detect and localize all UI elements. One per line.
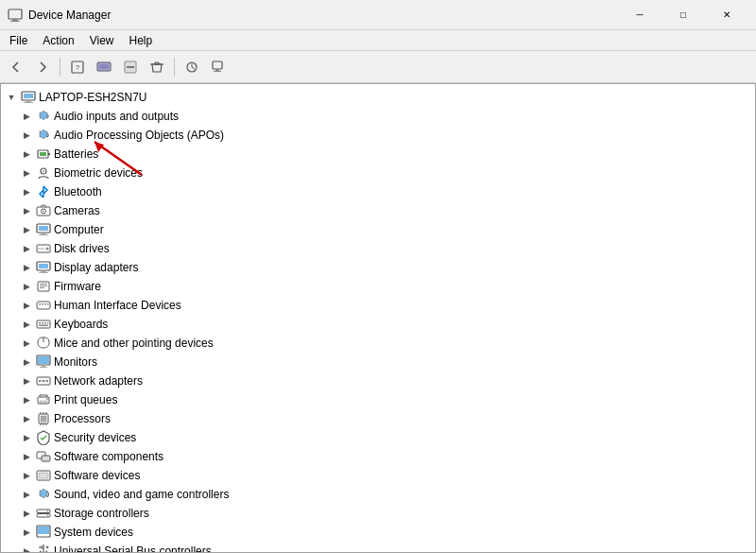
list-item[interactable]: ▶ Cameras [1,201,755,220]
svg-rect-0 [9,9,22,19]
item-expand-icon[interactable]: ▶ [20,488,33,501]
item-expand-icon[interactable]: ▶ [20,507,33,520]
list-item[interactable]: ▶ Mice and other pointing devices [1,334,755,353]
close-button[interactable]: ✕ [705,0,748,30]
list-item[interactable]: ▶ Human Interface Devices [1,296,755,315]
item-expand-icon[interactable]: ▶ [20,299,33,312]
minimize-button[interactable]: ─ [618,0,662,30]
item-expand-icon[interactable]: ▶ [20,337,33,350]
svg-rect-19 [48,153,50,155]
title-bar: Device Manager ─ □ ✕ [0,0,756,30]
bluetooth-icon [36,184,51,199]
list-item[interactable]: ▶ Computer [1,220,755,239]
system-devices-icon [36,525,51,540]
svg-rect-40 [40,287,44,288]
svg-rect-44 [44,303,46,305]
root-expand-icon[interactable]: ▼ [5,91,18,104]
item-expand-icon[interactable]: ▶ [20,261,33,274]
menu-view[interactable]: View [82,32,122,49]
batteries-icon [36,147,51,162]
svg-rect-43 [42,303,43,305]
list-item[interactable]: ▶ Audio inputs and outputs [1,107,755,126]
item-label: Keyboards [54,318,108,331]
svg-rect-13 [214,71,221,72]
item-expand-icon[interactable]: ▶ [20,355,33,369]
list-item[interactable]: ▶ Print queues [1,390,755,409]
item-expand-icon[interactable]: ▶ [20,147,33,161]
item-label: Mice and other pointing devices [54,337,214,350]
list-item[interactable]: ▶ Software devices [1,466,755,485]
list-item[interactable]: ▶ Bluetooth [1,182,755,201]
list-item[interactable]: ▶ Audio Processing Objects (APOs) [1,126,755,145]
toolbar-scan[interactable] [180,55,204,79]
item-expand-icon[interactable]: ▶ [20,469,33,482]
item-expand-icon[interactable]: ▶ [20,393,33,406]
window-controls: ─ □ ✕ [618,0,748,30]
svg-point-64 [46,398,48,400]
item-expand-icon[interactable]: ▶ [20,242,33,255]
list-item[interactable]: ▶ Universal Serial Bus controllers [1,542,755,552]
list-item[interactable]: ▶ System devices [1,523,755,542]
list-item[interactable]: ▶ Display adapters [1,258,755,277]
list-item[interactable]: ▶ Security devices [1,428,755,447]
item-expand-icon[interactable]: ▶ [20,526,33,539]
item-label: Batteries [54,147,98,161]
list-item[interactable]: ▶ Firmware [1,277,755,296]
item-expand-icon[interactable]: ▶ [20,544,33,552]
item-expand-icon[interactable]: ▶ [20,412,33,425]
item-label: Human Interface Devices [54,299,181,312]
item-label: Biometric devices [54,166,143,180]
svg-rect-38 [40,284,47,285]
list-item[interactable]: ▶ Software components [1,447,755,466]
toolbar-view-computer[interactable] [206,55,231,79]
toolbar-uninstall[interactable] [145,55,169,79]
item-expand-icon[interactable]: ▶ [20,129,33,142]
item-label: Bluetooth [54,185,102,199]
toolbar: ? [0,51,756,83]
toolbar-forward[interactable] [30,55,55,79]
svg-rect-51 [39,325,48,327]
list-item[interactable]: ▶ Monitors [1,353,755,372]
item-label: Security devices [54,431,136,444]
list-item[interactable]: ▶ Biometric devices [1,164,755,182]
item-expand-icon[interactable]: ▶ [20,185,33,199]
item-label: Software devices [54,469,140,482]
maximize-button[interactable]: □ [662,0,705,30]
item-label: Audio Processing Objects (APOs) [54,129,224,142]
svg-rect-63 [40,401,47,403]
tree-root[interactable]: ▼ LAPTOP-ESH2SN7U [1,88,755,107]
list-item[interactable]: ▶ Keyboards [1,315,755,334]
window-title: Device Manager [28,9,618,22]
menu-help[interactable]: Help [122,32,161,49]
svg-point-22 [43,170,44,172]
item-expand-icon[interactable]: ▶ [20,450,33,463]
item-expand-icon[interactable]: ▶ [20,431,33,444]
list-item[interactable]: ▶ Batteries [1,145,755,164]
item-label: Disk drives [54,242,110,255]
list-item[interactable]: ▶ Network adapters [1,372,755,390]
item-expand-icon[interactable]: ▶ [20,223,33,236]
toolbar-update-driver[interactable] [92,55,116,79]
svg-rect-49 [44,322,46,324]
toolbar-back[interactable] [4,55,28,79]
list-item[interactable]: ▶ Disk drives [1,239,755,258]
menu-action[interactable]: Action [35,32,81,49]
item-label: System devices [54,526,133,539]
toolbar-disable[interactable] [118,55,143,79]
svg-rect-41 [37,302,50,309]
list-item[interactable]: ▶ Sound, video and game controllers [1,485,755,504]
menu-file[interactable]: File [2,32,35,49]
list-item[interactable]: ▶ Storage controllers [1,504,755,523]
item-expand-icon[interactable]: ▶ [20,166,33,180]
network-adapters-icon [36,373,51,389]
svg-rect-35 [41,270,46,272]
list-item[interactable]: ▶ Processors [1,409,755,428]
item-expand-icon[interactable]: ▶ [20,374,33,388]
item-expand-icon[interactable]: ▶ [20,110,33,123]
item-expand-icon[interactable]: ▶ [20,280,33,293]
svg-rect-16 [26,100,31,102]
item-expand-icon[interactable]: ▶ [20,318,33,331]
toolbar-device-properties[interactable]: ? [65,55,90,79]
item-expand-icon[interactable]: ▶ [20,204,33,217]
device-tree[interactable]: ▼ LAPTOP-ESH2SN7U ▶ [1,84,755,552]
